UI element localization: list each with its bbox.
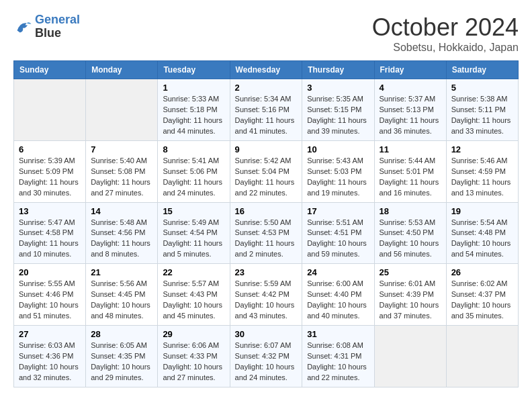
- page-header: GeneralBlue October 2024 Sobetsu, Hokkai…: [13, 13, 519, 54]
- day-number: 31: [307, 329, 369, 339]
- week-row-5: 27Sunrise: 6:03 AMSunset: 4:36 PMDayligh…: [14, 326, 519, 387]
- day-info: Sunrise: 5:50 AMSunset: 4:53 PMDaylight:…: [235, 218, 298, 261]
- day-cell: 8Sunrise: 5:41 AMSunset: 5:06 PMDaylight…: [158, 140, 230, 202]
- day-number: 27: [19, 329, 81, 339]
- day-cell: 25Sunrise: 6:01 AMSunset: 4:39 PMDayligh…: [374, 264, 446, 326]
- day-info: Sunrise: 6:06 AMSunset: 4:33 PMDaylight:…: [163, 340, 224, 383]
- day-cell: 12Sunrise: 5:46 AMSunset: 4:59 PMDayligh…: [446, 140, 518, 202]
- day-info: Sunrise: 5:59 AMSunset: 4:42 PMDaylight:…: [235, 279, 298, 322]
- day-cell: [446, 326, 518, 387]
- day-number: 17: [307, 206, 369, 216]
- day-cell: 27Sunrise: 6:03 AMSunset: 4:36 PMDayligh…: [14, 326, 86, 387]
- day-info: Sunrise: 6:01 AMSunset: 4:39 PMDaylight:…: [380, 279, 441, 322]
- day-info: Sunrise: 5:44 AMSunset: 5:01 PMDaylight:…: [380, 156, 441, 199]
- header-sunday: Sunday: [14, 61, 86, 79]
- day-number: 3: [307, 83, 369, 93]
- day-number: 25: [380, 267, 441, 277]
- day-number: 11: [380, 144, 441, 154]
- location-subtitle: Sobetsu, Hokkaido, Japan: [372, 42, 519, 54]
- day-cell: 31Sunrise: 6:08 AMSunset: 4:31 PMDayligh…: [302, 326, 374, 387]
- day-info: Sunrise: 6:03 AMSunset: 4:36 PMDaylight:…: [19, 340, 81, 383]
- day-number: 20: [19, 267, 81, 277]
- day-cell: 22Sunrise: 5:57 AMSunset: 4:43 PMDayligh…: [158, 264, 230, 326]
- day-cell: 1Sunrise: 5:33 AMSunset: 5:18 PMDaylight…: [158, 79, 230, 141]
- day-info: Sunrise: 5:56 AMSunset: 4:45 PMDaylight:…: [91, 279, 152, 322]
- day-info: Sunrise: 6:05 AMSunset: 4:35 PMDaylight:…: [91, 340, 152, 383]
- day-number: 9: [235, 144, 298, 154]
- day-info: Sunrise: 5:53 AMSunset: 4:50 PMDaylight:…: [380, 218, 441, 261]
- calendar-header: SundayMondayTuesdayWednesdayThursdayFrid…: [14, 61, 519, 79]
- day-cell: 30Sunrise: 6:07 AMSunset: 4:32 PMDayligh…: [230, 326, 302, 387]
- week-row-3: 13Sunrise: 5:47 AMSunset: 4:58 PMDayligh…: [14, 202, 519, 264]
- day-cell: 4Sunrise: 5:37 AMSunset: 5:13 PMDaylight…: [374, 79, 446, 141]
- day-cell: 3Sunrise: 5:35 AMSunset: 5:15 PMDaylight…: [302, 79, 374, 141]
- calendar-table: SundayMondayTuesdayWednesdayThursdayFrid…: [13, 60, 519, 387]
- day-info: Sunrise: 5:46 AMSunset: 4:59 PMDaylight:…: [451, 156, 513, 199]
- title-block: October 2024 Sobetsu, Hokkaido, Japan: [372, 13, 519, 54]
- day-cell: 21Sunrise: 5:56 AMSunset: 4:45 PMDayligh…: [86, 264, 158, 326]
- day-info: Sunrise: 5:55 AMSunset: 4:46 PMDaylight:…: [19, 279, 81, 322]
- day-cell: 7Sunrise: 5:40 AMSunset: 5:08 PMDaylight…: [86, 140, 158, 202]
- day-number: 8: [163, 144, 224, 154]
- day-number: 2: [235, 83, 298, 93]
- day-cell: 26Sunrise: 6:02 AMSunset: 4:37 PMDayligh…: [446, 264, 518, 326]
- day-cell: 20Sunrise: 5:55 AMSunset: 4:46 PMDayligh…: [14, 264, 86, 326]
- day-info: Sunrise: 5:39 AMSunset: 5:09 PMDaylight:…: [19, 156, 81, 199]
- day-number: 26: [451, 267, 513, 277]
- day-cell: [374, 326, 446, 387]
- day-number: 18: [380, 206, 441, 216]
- day-cell: 17Sunrise: 5:51 AMSunset: 4:51 PMDayligh…: [302, 202, 374, 264]
- day-info: Sunrise: 5:43 AMSunset: 5:03 PMDaylight:…: [307, 156, 369, 199]
- day-number: 21: [91, 267, 152, 277]
- day-info: Sunrise: 5:42 AMSunset: 5:04 PMDaylight:…: [235, 156, 298, 199]
- day-number: 10: [307, 144, 369, 154]
- day-info: Sunrise: 6:07 AMSunset: 4:32 PMDaylight:…: [235, 340, 298, 383]
- day-number: 28: [91, 329, 152, 339]
- logo-text: GeneralBlue: [35, 13, 80, 40]
- header-monday: Monday: [86, 61, 158, 79]
- day-number: 12: [451, 144, 513, 154]
- day-number: 30: [235, 329, 298, 339]
- header-friday: Friday: [374, 61, 446, 79]
- day-cell: 23Sunrise: 5:59 AMSunset: 4:42 PMDayligh…: [230, 264, 302, 326]
- day-cell: 5Sunrise: 5:38 AMSunset: 5:11 PMDaylight…: [446, 79, 518, 141]
- day-info: Sunrise: 5:48 AMSunset: 4:56 PMDaylight:…: [91, 218, 152, 261]
- day-info: Sunrise: 5:34 AMSunset: 5:16 PMDaylight:…: [235, 94, 298, 137]
- day-info: Sunrise: 5:35 AMSunset: 5:15 PMDaylight:…: [307, 94, 369, 137]
- week-row-4: 20Sunrise: 5:55 AMSunset: 4:46 PMDayligh…: [14, 264, 519, 326]
- day-cell: 14Sunrise: 5:48 AMSunset: 4:56 PMDayligh…: [86, 202, 158, 264]
- day-cell: 28Sunrise: 6:05 AMSunset: 4:35 PMDayligh…: [86, 326, 158, 387]
- day-cell: 11Sunrise: 5:44 AMSunset: 5:01 PMDayligh…: [374, 140, 446, 202]
- week-row-1: 1Sunrise: 5:33 AMSunset: 5:18 PMDaylight…: [14, 79, 519, 141]
- day-cell: 6Sunrise: 5:39 AMSunset: 5:09 PMDaylight…: [14, 140, 86, 202]
- day-number: 5: [451, 83, 513, 93]
- week-row-2: 6Sunrise: 5:39 AMSunset: 5:09 PMDaylight…: [14, 140, 519, 202]
- day-info: Sunrise: 5:57 AMSunset: 4:43 PMDaylight:…: [163, 279, 224, 322]
- day-cell: 2Sunrise: 5:34 AMSunset: 5:16 PMDaylight…: [230, 79, 302, 141]
- day-cell: 29Sunrise: 6:06 AMSunset: 4:33 PMDayligh…: [158, 326, 230, 387]
- day-cell: 18Sunrise: 5:53 AMSunset: 4:50 PMDayligh…: [374, 202, 446, 264]
- day-number: 29: [163, 329, 224, 339]
- day-number: 4: [380, 83, 441, 93]
- day-info: Sunrise: 6:08 AMSunset: 4:31 PMDaylight:…: [307, 340, 369, 383]
- day-cell: [86, 79, 158, 141]
- day-cell: 24Sunrise: 6:00 AMSunset: 4:40 PMDayligh…: [302, 264, 374, 326]
- day-cell: 9Sunrise: 5:42 AMSunset: 5:04 PMDaylight…: [230, 140, 302, 202]
- day-number: 22: [163, 267, 224, 277]
- header-saturday: Saturday: [446, 61, 518, 79]
- day-info: Sunrise: 5:49 AMSunset: 4:54 PMDaylight:…: [163, 218, 224, 261]
- day-cell: 15Sunrise: 5:49 AMSunset: 4:54 PMDayligh…: [158, 202, 230, 264]
- day-number: 19: [451, 206, 513, 216]
- day-info: Sunrise: 5:38 AMSunset: 5:11 PMDaylight:…: [451, 94, 513, 137]
- day-number: 23: [235, 267, 298, 277]
- day-info: Sunrise: 5:47 AMSunset: 4:58 PMDaylight:…: [19, 218, 81, 261]
- day-cell: [14, 79, 86, 141]
- day-info: Sunrise: 5:33 AMSunset: 5:18 PMDaylight:…: [163, 94, 224, 137]
- day-info: Sunrise: 5:51 AMSunset: 4:51 PMDaylight:…: [307, 218, 369, 261]
- day-number: 16: [235, 206, 298, 216]
- day-number: 15: [163, 206, 224, 216]
- day-info: Sunrise: 6:02 AMSunset: 4:37 PMDaylight:…: [451, 279, 513, 322]
- day-number: 1: [163, 83, 224, 93]
- day-cell: 16Sunrise: 5:50 AMSunset: 4:53 PMDayligh…: [230, 202, 302, 264]
- day-cell: 19Sunrise: 5:54 AMSunset: 4:48 PMDayligh…: [446, 202, 518, 264]
